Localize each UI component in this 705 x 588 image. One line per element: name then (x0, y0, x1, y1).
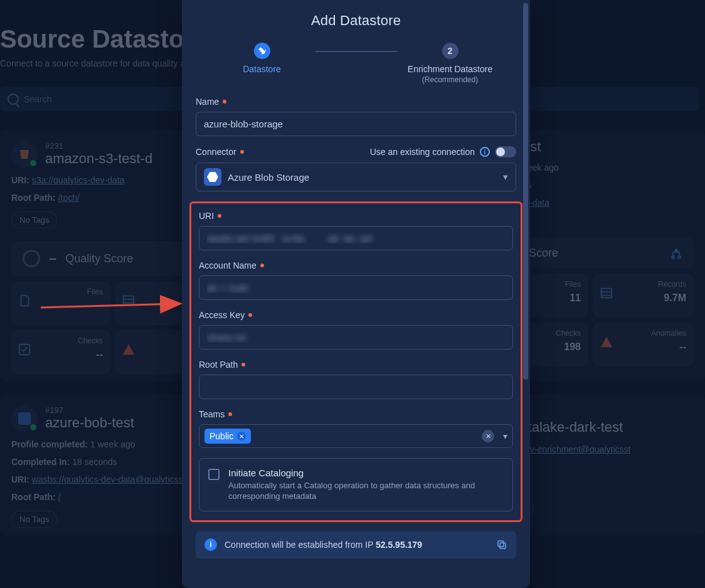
connector-label: Connector (196, 147, 244, 157)
catalog-checkbox[interactable] (208, 469, 220, 480)
svg-rect-5 (498, 541, 504, 547)
name-input[interactable] (196, 112, 516, 136)
required-dot-icon (260, 264, 264, 267)
root-path-input[interactable] (199, 375, 513, 399)
connection-info-bar: i Connection will be established from IP… (196, 531, 516, 559)
step-enrichment[interactable]: 2 Enrichment Datastore (Recommended) (397, 43, 504, 84)
svg-rect-4 (500, 543, 506, 548)
access-key-label: Access Key (199, 310, 513, 320)
info-icon: i (204, 538, 217, 551)
info-icon[interactable]: i (480, 147, 490, 157)
modal-scrollbar[interactable] (522, 2, 528, 585)
required-dot-icon (223, 100, 226, 104)
chevron-down-icon: ▾ (503, 171, 508, 183)
uri-label: URI (199, 211, 513, 221)
connector-select[interactable]: Azure Blob Storage ▾ (196, 163, 516, 191)
copy-icon[interactable] (496, 539, 507, 550)
access-key-input[interactable] (199, 325, 513, 350)
initiate-cataloging-option[interactable]: Initiate Cataloging Automatically start … (199, 458, 513, 511)
remove-chip-icon[interactable]: ✕ (237, 432, 246, 441)
required-dot-icon (240, 150, 244, 154)
root-path-label: Root Path (199, 360, 513, 370)
step-datastore[interactable]: Datastore (209, 43, 315, 74)
step-connector-line (315, 51, 397, 52)
azure-blob-icon (204, 168, 221, 186)
add-datastore-modal: Add Datastore Datastore 2 Enrichment Dat… (182, 0, 530, 588)
existing-connection-label: Use an existing connection (370, 147, 475, 157)
teams-label: Teams (199, 409, 513, 419)
account-name-label: Account Name (199, 260, 513, 270)
required-dot-icon (228, 412, 232, 416)
uri-input[interactable] (199, 226, 513, 250)
team-chip[interactable]: Public ✕ (204, 429, 251, 444)
clear-all-icon[interactable]: ✕ (482, 430, 494, 442)
modal-title: Add Datastore (196, 13, 516, 29)
teams-select[interactable]: Public ✕ ✕ ▾ (199, 424, 513, 448)
required-dot-icon (218, 214, 221, 218)
name-label: Name (196, 97, 516, 107)
connection-ip: 52.5.95.179 (376, 540, 422, 550)
pencil-icon (254, 43, 270, 59)
account-name-input[interactable] (199, 275, 513, 300)
chevron-down-icon: ▾ (503, 431, 507, 441)
wizard-stepper: Datastore 2 Enrichment Datastore (Recomm… (196, 43, 516, 84)
required-dot-icon (241, 363, 245, 366)
highlighted-fields-group: URI Account Name Access Key Root Path Te… (189, 201, 522, 522)
required-dot-icon (248, 313, 252, 317)
existing-connection-toggle[interactable] (495, 146, 516, 158)
